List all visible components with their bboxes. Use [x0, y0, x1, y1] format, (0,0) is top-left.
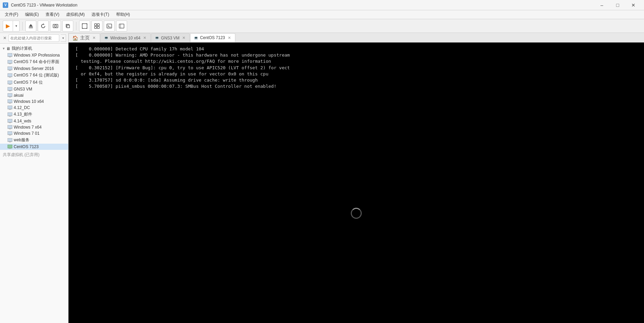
- maximize-button[interactable]: □: [610, 0, 626, 10]
- tab-centos7123-label: CentOS 7123: [200, 35, 225, 40]
- sidebar-label-akuai: akuai: [14, 93, 24, 98]
- svg-marker-2: [43, 23, 45, 25]
- menu-file[interactable]: 文件(F): [1, 10, 22, 19]
- tab-gns3vm-label: GNS3 VM: [161, 36, 179, 40]
- sidebar-item-centos764cmd[interactable]: CentOS 7 64 命令行界面: [0, 58, 68, 65]
- menu-vm[interactable]: 虚拟机(M): [63, 10, 88, 19]
- sidebar-item-dc412[interactable]: 4.12_DC: [0, 105, 68, 111]
- search-dropdown-button[interactable]: ▾: [61, 34, 66, 42]
- menu-help[interactable]: 帮助(H): [113, 10, 134, 19]
- sidebar-item-win7x64[interactable]: Windows 7 x64: [0, 124, 68, 130]
- snapshot-icon: [53, 23, 58, 29]
- sidebar-item-winserver2016[interactable]: Windows Server 2016: [0, 65, 68, 72]
- svg-rect-25: [8, 87, 12, 91]
- main-area: ✕ ▾ ▾ 🖥 我的计算机 Windows XP Professiona: [0, 33, 644, 323]
- tab-gns3vm-close[interactable]: ✕: [182, 36, 186, 40]
- menu-bar: 文件(F) 编辑(E) 查看(V) 虚拟机(M) 选项卡(T) 帮助(H): [0, 10, 644, 19]
- sidebar-item-win701[interactable]: Windows 7 01: [0, 130, 68, 136]
- vm-icon-win7x64: [8, 125, 12, 130]
- svg-rect-12: [107, 24, 112, 28]
- vm-icon-centos7123: [8, 144, 12, 149]
- svg-rect-11: [97, 26, 99, 28]
- vm-icon-dc412: [8, 105, 12, 110]
- toolbar: ▶ ▾: [0, 19, 644, 33]
- svg-rect-18: [9, 63, 11, 64]
- tab-home[interactable]: 🏠 主页 ✕: [69, 33, 100, 42]
- tab-win10x64[interactable]: 💻 Windows 10 x64 ✕: [100, 33, 151, 42]
- svg-rect-17: [8, 60, 12, 63]
- content-area[interactable]: [ 0.000000] Detected CPU family 17h mode…: [69, 43, 644, 323]
- power-button[interactable]: ▶ ▾: [3, 21, 20, 32]
- tab-win10x64-label: Windows 10 x64: [110, 36, 140, 40]
- svg-rect-28: [9, 97, 11, 97]
- toolbar-refresh-btn[interactable]: [38, 21, 49, 32]
- sidebar-item-centos7123[interactable]: CentOS 7123: [0, 144, 68, 150]
- minimize-button[interactable]: –: [594, 0, 610, 10]
- vm-icon-gns3vm: [8, 87, 12, 92]
- sidebar-item-centos764test[interactable]: CentOS 7 64 位 (测试版): [0, 72, 68, 79]
- toolbar-eject-btn[interactable]: [25, 21, 36, 32]
- sidebar-item-mail413[interactable]: 4.13_邮件: [0, 111, 68, 118]
- toolbar-separator-2: [76, 22, 76, 30]
- window-controls: – □ ✕: [594, 0, 641, 10]
- svg-rect-22: [9, 77, 11, 77]
- vm-console[interactable]: [ 0.000000] Detected CPU family 17h mode…: [69, 43, 644, 323]
- vm-icon-web: [8, 138, 12, 143]
- tab-centos7123-icon: 💻: [194, 36, 198, 40]
- svg-rect-6: [67, 25, 70, 28]
- power-main[interactable]: ▶: [3, 21, 13, 31]
- sidebar-label-gns3vm: GNS3 VM: [14, 87, 32, 92]
- tab-home-label: 主页: [80, 35, 90, 41]
- menu-tab[interactable]: 选项卡(T): [88, 10, 112, 19]
- tab-home-close[interactable]: ✕: [92, 36, 96, 40]
- sidebar-item-winxp[interactable]: Windows XP Professiona: [0, 52, 68, 58]
- sidebar-item-win10x64[interactable]: Windows 10 x64: [0, 98, 68, 105]
- sidebar-label-centos7123: CentOS 7123: [14, 144, 39, 149]
- svg-rect-7: [82, 24, 87, 28]
- toolbar-settings-btn[interactable]: [116, 21, 127, 32]
- sidebar-item-gns3vm[interactable]: GNS3 VM: [0, 86, 68, 92]
- my-computer-icon: 🖥: [6, 46, 10, 51]
- sidebar: ✕ ▾ ▾ 🖥 我的计算机 Windows XP Professiona: [0, 33, 69, 323]
- vm-icon-akuai: [8, 93, 12, 98]
- sidebar-label-dc412: 4.12_DC: [14, 105, 30, 110]
- sidebar-item-wds414[interactable]: 4.14_wds: [0, 118, 68, 124]
- vm-tree: ▾ 🖥 我的计算机 Windows XP Professiona CentOS …: [0, 44, 68, 323]
- toolbar-snap-btn[interactable]: [50, 21, 61, 32]
- search-input[interactable]: [9, 34, 59, 42]
- sidebar-item-centos764[interactable]: CentOS 7 64 位: [0, 79, 68, 86]
- toolbar-restore-btn[interactable]: [62, 21, 73, 32]
- vm-icon-centos764cmd: [8, 60, 12, 64]
- tab-win10x64-icon: 💻: [104, 36, 108, 40]
- sidebar-label-winxp: Windows XP Professiona: [14, 53, 60, 58]
- svg-rect-19: [8, 67, 12, 70]
- tab-centos7123-close[interactable]: ✕: [227, 36, 232, 40]
- toolbar-console-btn[interactable]: [104, 21, 115, 32]
- close-button[interactable]: ✕: [626, 0, 641, 10]
- toolbar-unity-btn[interactable]: [91, 21, 102, 32]
- restore-icon: [65, 23, 71, 29]
- sidebar-item-akuai[interactable]: akuai: [0, 92, 68, 98]
- home-icon: 🏠: [72, 35, 78, 41]
- sidebar-item-web[interactable]: web服务: [0, 136, 68, 144]
- sidebar-label-win701: Windows 7 01: [14, 131, 39, 136]
- svg-rect-29: [8, 99, 12, 103]
- my-computer-root[interactable]: ▾ 🖥 我的计算机: [0, 45, 68, 52]
- tab-gns3vm[interactable]: 💻 GNS3 VM ✕: [151, 33, 190, 42]
- toolbar-fullscreen-btn[interactable]: [79, 21, 90, 32]
- svg-rect-37: [8, 125, 12, 129]
- svg-rect-36: [9, 122, 11, 123]
- vm-icon-winxp: [8, 53, 12, 58]
- menu-view[interactable]: 查看(V): [42, 10, 63, 19]
- power-dropdown-arrow[interactable]: ▾: [13, 21, 19, 31]
- sidebar-close-button[interactable]: ✕: [2, 35, 7, 41]
- tab-win10x64-close[interactable]: ✕: [143, 36, 147, 40]
- eject-icon: [28, 23, 34, 29]
- loading-spinner: [349, 206, 363, 220]
- menu-edit[interactable]: 编辑(E): [22, 10, 42, 19]
- refresh-icon: [40, 23, 46, 29]
- title-left: V CentOS 7123 - VMware Workstation: [3, 2, 77, 8]
- fullscreen-icon: [82, 23, 87, 29]
- tab-centos7123[interactable]: 💻 CentOS 7123 ✕: [190, 33, 235, 42]
- svg-rect-42: [9, 142, 11, 142]
